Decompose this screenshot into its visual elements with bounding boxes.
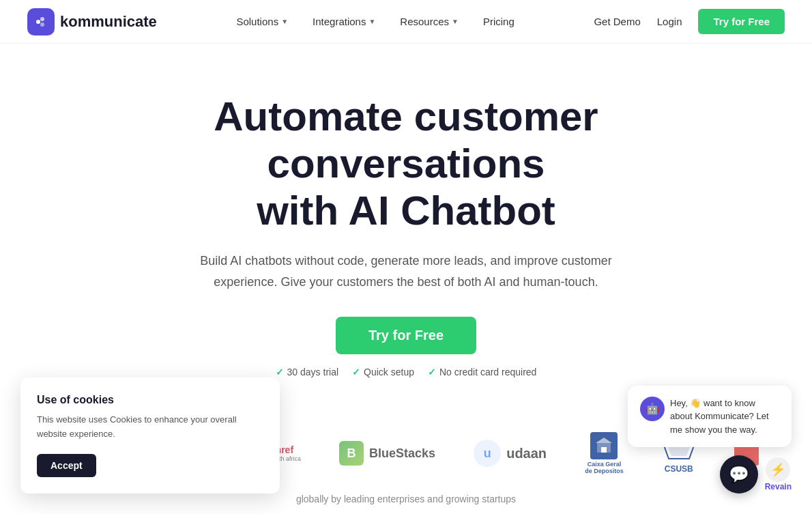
svg-point-2 xyxy=(40,23,44,27)
bluestacks-icon: B xyxy=(339,441,364,466)
try-free-nav-button[interactable]: Try for Free xyxy=(698,9,785,34)
revain-icon: ⚡ xyxy=(766,457,790,482)
cookie-accept-button[interactable]: Accept xyxy=(37,454,96,477)
chevron-down-icon: ▼ xyxy=(368,18,375,25)
check-no-card: ✓ No credit card required xyxy=(428,367,536,377)
nav-solutions[interactable]: Solutions ▼ xyxy=(236,16,288,27)
svg-point-1 xyxy=(40,17,44,21)
svg-point-0 xyxy=(36,20,40,24)
check-trial: ✓ 30 days trial xyxy=(276,367,338,377)
checkmark-icon: ✓ xyxy=(276,367,284,377)
udaan-icon: u xyxy=(474,440,501,467)
nav-integrations[interactable]: Integrations ▼ xyxy=(313,16,375,27)
cookie-body: This website uses Cookies to enhance you… xyxy=(37,413,263,442)
chat-button-row: 💬 ⚡ Revain xyxy=(720,455,792,494)
chat-fab-button[interactable]: 💬 xyxy=(720,455,758,494)
cookie-title: Use of cookies xyxy=(37,394,263,406)
caixa-icon xyxy=(590,432,618,459)
logo-udaan: u udaan xyxy=(474,440,547,467)
hero-cta-button[interactable]: Try for Free xyxy=(336,317,476,354)
hero-heading: Automate customer conversations with AI … xyxy=(99,93,713,234)
nav-resources[interactable]: Resources ▼ xyxy=(400,16,459,27)
bluestacks-text: BlueStacks xyxy=(369,446,435,461)
navbar: kommunicate Solutions ▼ Integrations ▼ R… xyxy=(0,0,812,44)
chat-widget: 🤖 Hey, 👋 want to know about Kommunicate?… xyxy=(628,386,792,494)
logo-bluestacks: B BlueStacks xyxy=(339,441,435,466)
checkmark-icon: ✓ xyxy=(352,367,360,377)
checkmark-icon: ✓ xyxy=(428,367,436,377)
nav-pricing[interactable]: Pricing xyxy=(483,16,514,27)
nav-right: Get Demo Login Try for Free xyxy=(594,9,785,34)
revain-badge: ⚡ Revain xyxy=(765,457,792,491)
chat-avatar: 🤖 xyxy=(640,397,665,421)
logo-icon xyxy=(27,8,55,35)
hero-section: Automate customer conversations with AI … xyxy=(0,44,812,405)
caixa-text: Caixa Geralde Depositos xyxy=(585,461,624,474)
check-setup: ✓ Quick setup xyxy=(352,367,414,377)
nav-links: Solutions ▼ Integrations ▼ Resources ▼ P… xyxy=(236,16,514,27)
cookie-banner: Use of cookies This website uses Cookies… xyxy=(20,377,280,494)
login-button[interactable]: Login xyxy=(657,16,682,27)
hero-checks: ✓ 30 days trial ✓ Quick setup ✓ No credi… xyxy=(14,367,798,377)
chevron-down-icon: ▼ xyxy=(452,18,459,25)
chat-bubble-row: 🤖 Hey, 👋 want to know about Kommunicate?… xyxy=(640,397,779,437)
chevron-down-icon: ▼ xyxy=(281,18,288,25)
logo[interactable]: kommunicate xyxy=(27,8,157,35)
chat-bubble: 🤖 Hey, 👋 want to know about Kommunicate?… xyxy=(628,386,792,448)
svg-rect-5 xyxy=(601,447,607,453)
udaan-text: udaan xyxy=(506,446,547,461)
chat-icon: 💬 xyxy=(729,465,749,484)
get-demo-button[interactable]: Get Demo xyxy=(594,16,640,27)
logo-caixa: Caixa Geralde Depositos xyxy=(585,432,624,474)
logo-text: kommunicate xyxy=(60,13,157,31)
hero-subtext: Build AI chatbots without code, generate… xyxy=(188,251,624,292)
svg-marker-4 xyxy=(596,438,612,443)
